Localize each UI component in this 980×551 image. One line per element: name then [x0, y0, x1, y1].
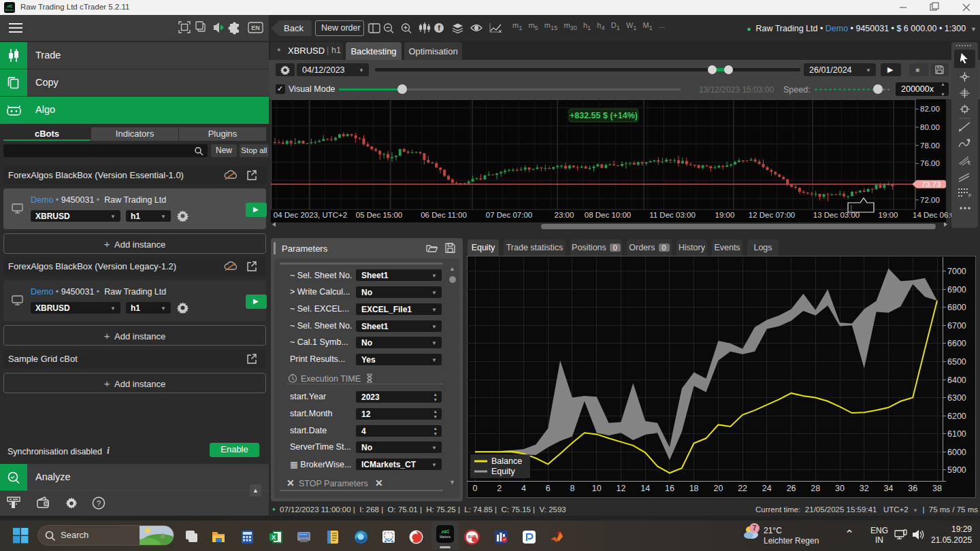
svg-text:11 Dec 03:00: 11 Dec 03:00 — [649, 211, 696, 219]
svg-text:4: 4 — [521, 484, 526, 493]
svg-text:12: 12 — [616, 484, 625, 493]
svg-text:6600: 6600 — [947, 339, 966, 348]
svg-text:6700: 6700 — [947, 321, 966, 331]
svg-text:5900: 5900 — [947, 465, 966, 475]
svg-text:23:00: 23:00 — [555, 211, 574, 219]
svg-text:22: 22 — [738, 484, 747, 493]
svg-text:6: 6 — [546, 484, 551, 493]
svg-text:28: 28 — [811, 484, 820, 493]
svg-text:X: X — [272, 534, 276, 541]
svg-text:19:00: 19:00 — [879, 211, 898, 219]
svg-text:12 Dec 07:00: 12 Dec 07:00 — [749, 211, 795, 219]
svg-text:6800: 6800 — [947, 303, 966, 312]
svg-text:08 Dec 10:00: 08 Dec 10:00 — [585, 211, 631, 219]
svg-text:6500: 6500 — [947, 357, 966, 367]
svg-text:+832.55 $ (+14%): +832.55 $ (+14%) — [570, 111, 638, 120]
svg-text:14 Dec 06:0: 14 Dec 06:0 — [913, 211, 955, 219]
svg-text:Equity: Equity — [491, 467, 515, 476]
svg-text:20: 20 — [713, 484, 723, 493]
svg-text:6300: 6300 — [947, 393, 966, 403]
svg-text:73.73: 73.73 — [921, 180, 941, 188]
svg-text:Markets: Markets — [440, 535, 451, 539]
svg-text:6400: 6400 — [947, 375, 966, 385]
svg-text:18: 18 — [689, 484, 699, 493]
svg-text:6000: 6000 — [947, 448, 966, 457]
svg-text:19:00: 19:00 — [715, 211, 735, 219]
svg-text:0: 0 — [473, 484, 478, 493]
svg-text:6200: 6200 — [947, 412, 966, 421]
svg-text:6100: 6100 — [947, 429, 966, 439]
svg-text:10: 10 — [592, 484, 602, 493]
svg-text:07 Dec 07:00: 07 Dec 07:00 — [486, 211, 532, 219]
svg-text:76.00: 76.00 — [920, 159, 940, 167]
svg-text:78.00: 78.00 — [920, 141, 940, 150]
svg-text:06 Dec 11:00: 06 Dec 11:00 — [421, 211, 467, 219]
svg-text:05 Dec 15:00: 05 Dec 15:00 — [356, 211, 402, 219]
svg-text:6900: 6900 — [947, 285, 966, 295]
svg-text:2: 2 — [497, 484, 502, 493]
svg-text:24: 24 — [762, 484, 772, 493]
svg-text:82.00: 82.00 — [920, 105, 940, 113]
svg-text:04 Dec 2023, UTC+2: 04 Dec 2023, UTC+2 — [274, 211, 347, 219]
svg-text:32: 32 — [860, 484, 869, 493]
svg-text:7000: 7000 — [947, 267, 966, 276]
svg-text:34: 34 — [884, 484, 894, 493]
svg-text:30: 30 — [835, 484, 845, 493]
svg-text:72.00: 72.00 — [920, 196, 940, 204]
svg-text:38: 38 — [932, 484, 942, 493]
svg-text:€: € — [968, 161, 970, 165]
svg-text:.nIC: .nIC — [440, 529, 449, 534]
svg-text:26: 26 — [787, 484, 796, 493]
svg-text:8: 8 — [570, 484, 574, 493]
svg-text:F: F — [968, 193, 972, 199]
svg-text:80.00: 80.00 — [920, 123, 940, 131]
svg-text:16: 16 — [665, 484, 674, 493]
svg-text:14: 14 — [640, 484, 650, 493]
svg-text:36: 36 — [908, 484, 917, 493]
svg-text:Balance: Balance — [491, 456, 522, 466]
